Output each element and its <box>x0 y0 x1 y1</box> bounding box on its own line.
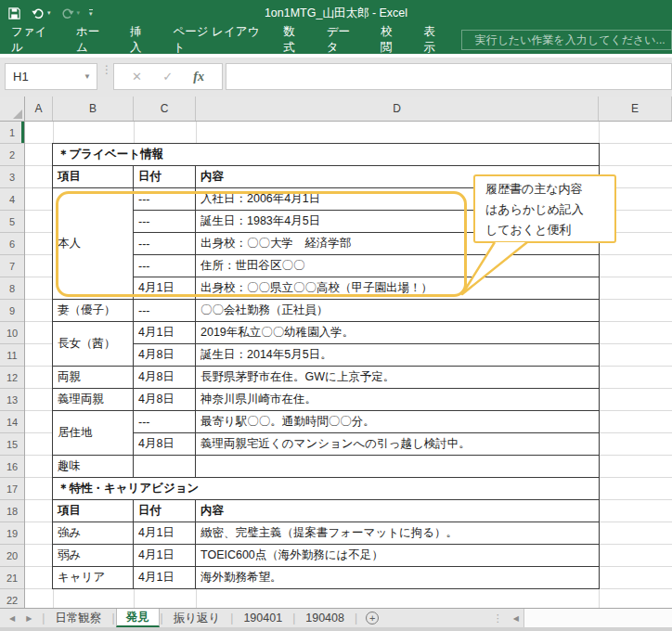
column-header-A[interactable]: A <box>25 97 53 121</box>
name-box[interactable]: H1 ▼ <box>5 63 97 90</box>
row-header-21[interactable]: 21 <box>0 567 24 589</box>
undo-button[interactable]: ▾ <box>31 4 51 22</box>
sheet-tab-bar: ◀ ▶ |日常観察|発見|振り返り|190401|190408|+ ⋮ ◀ <box>0 608 672 627</box>
undo-dropdown-caret[interactable]: ▾ <box>47 9 51 17</box>
ribbon-tab-data[interactable]: データ <box>316 26 369 54</box>
row-header-6[interactable]: 6 <box>0 233 24 255</box>
horizontal-scrollbar[interactable] <box>523 609 672 627</box>
tell-me-placeholder: 実行したい作業を入力してください... <box>475 32 666 48</box>
add-sheet-button[interactable]: + <box>358 609 386 627</box>
sheet-tab-discovery[interactable]: 発見 <box>116 609 160 627</box>
row-header-9[interactable]: 9 <box>0 300 24 322</box>
save-icon[interactable] <box>7 4 21 22</box>
tabbar-separator-dots: ⋮ <box>487 609 509 627</box>
column-header-D[interactable]: D <box>196 97 599 121</box>
ribbon-tab-review[interactable]: 校閲 <box>369 26 412 54</box>
select-all-corner[interactable] <box>0 97 25 122</box>
ribbon-tab-page-layout[interactable]: ページ レイアウト <box>162 26 273 54</box>
sheet-tab-reflection[interactable]: 振り返り <box>164 609 230 627</box>
column-header-B[interactable]: B <box>53 97 134 121</box>
sheet-tab-daily-observation[interactable]: 日常観察 <box>45 609 110 627</box>
ribbon-tab-bar: ファイルホーム挿入ページ レイアウト数式データ校閲表示 実行したい作業を入力して… <box>0 26 672 54</box>
cells-area: ＊プライベート情報項目日付内容本人---入社日：2006年4月1日---誕生日：… <box>25 122 672 608</box>
row-headers: 12345678910111213141516171819202122 <box>0 122 25 608</box>
sheet-nav-right-icon[interactable]: ▶ <box>26 614 32 623</box>
row-header-10[interactable]: 10 <box>0 322 24 344</box>
redo-dropdown-caret[interactable]: ▾ <box>77 9 81 17</box>
sheet-tab-190401[interactable]: 190401 <box>234 609 291 627</box>
row-header-22[interactable]: 22 <box>0 589 24 608</box>
row-header-3[interactable]: 3 <box>0 166 24 188</box>
hscroll-left-icon[interactable]: ◀ <box>509 609 523 627</box>
insert-function-icon[interactable]: fx <box>193 70 204 84</box>
quick-access-toolbar: ▾ ▾ ▾ <box>7 0 93 26</box>
row-header-4[interactable]: 4 <box>0 188 24 211</box>
row-header-5[interactable]: 5 <box>0 211 24 233</box>
sheet-nav-arrows: ◀ ▶ <box>0 609 41 627</box>
formula-buttons: ✕ ✓ fx <box>113 63 223 90</box>
sheet-tab-190408[interactable]: 190408 <box>296 609 354 627</box>
tell-me-box[interactable]: 実行したい作業を入力してください... <box>461 30 672 50</box>
row-header-19[interactable]: 19 <box>0 522 24 545</box>
row-header-14[interactable]: 14 <box>0 411 24 433</box>
worksheet-area: ABCDE 1234567891011121314151617181920212… <box>0 97 672 608</box>
ribbon-tab-insert[interactable]: 挿入 <box>119 26 162 54</box>
status-bar <box>0 627 672 631</box>
row-header-15[interactable]: 15 <box>0 433 24 456</box>
formula-bar-separator: ⋮ <box>101 67 112 73</box>
row-header-17[interactable]: 17 <box>0 478 24 500</box>
callout-tail <box>25 122 672 608</box>
row-header-11[interactable]: 11 <box>0 344 24 367</box>
row-header-2[interactable]: 2 <box>0 144 24 166</box>
formula-bar-row: H1 ▼ ⋮ ✕ ✓ fx <box>0 58 672 97</box>
column-header-E[interactable]: E <box>599 97 672 121</box>
ribbon-tab-view[interactable]: 表示 <box>412 26 455 54</box>
redo-button[interactable]: ▾ <box>60 4 81 22</box>
ribbon-tab-formulas[interactable]: 数式 <box>272 26 315 54</box>
name-box-value: H1 <box>6 70 84 84</box>
name-box-dropdown-caret[interactable]: ▼ <box>84 72 97 81</box>
row-header-12[interactable]: 12 <box>0 367 24 389</box>
column-headers: ABCDE <box>25 97 672 122</box>
formula-input[interactable] <box>226 63 672 90</box>
row-header-13[interactable]: 13 <box>0 389 24 411</box>
confirm-entry-icon[interactable]: ✓ <box>162 70 173 84</box>
column-header-C[interactable]: C <box>134 97 196 121</box>
ribbon-tab-home[interactable]: ホーム <box>65 26 119 54</box>
row-header-8[interactable]: 8 <box>0 277 24 300</box>
excel-window: 1on1MTG_山田太郎 - Excel ▾ ▾ ▾ <box>0 0 672 631</box>
sheet-nav-left-icon[interactable]: ◀ <box>9 614 15 623</box>
row-header-18[interactable]: 18 <box>0 500 24 522</box>
row-header-20[interactable]: 20 <box>0 545 24 567</box>
row-header-1[interactable]: 1 <box>0 122 24 144</box>
window-title: 1on1MTG_山田太郎 - Excel <box>0 0 672 26</box>
plus-icon: + <box>366 612 379 625</box>
cancel-entry-icon[interactable]: ✕ <box>132 70 142 84</box>
customize-qat-button[interactable]: ▾ <box>89 9 93 17</box>
title-bar: 1on1MTG_山田太郎 - Excel ▾ ▾ ▾ <box>0 0 672 26</box>
row-header-7[interactable]: 7 <box>0 255 24 277</box>
row-header-16[interactable]: 16 <box>0 456 24 478</box>
ribbon-tab-file[interactable]: ファイル <box>0 26 65 54</box>
